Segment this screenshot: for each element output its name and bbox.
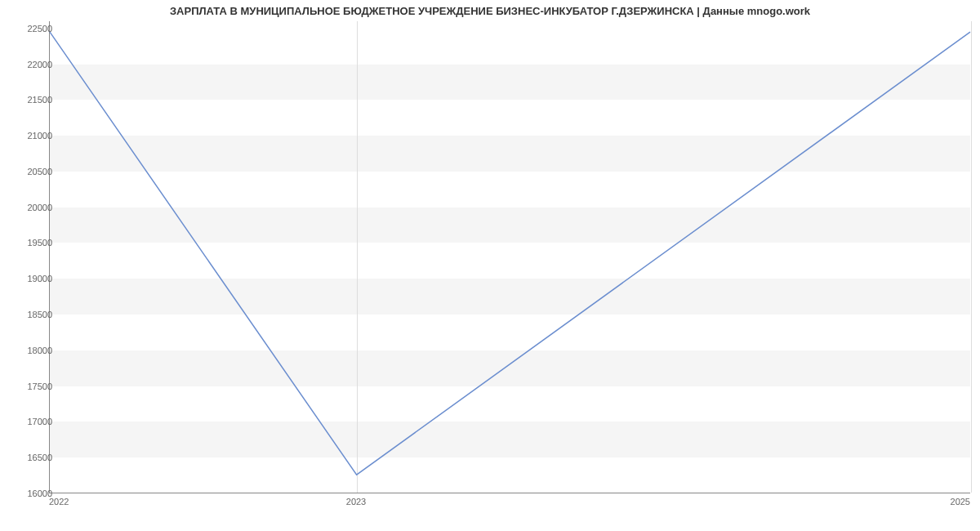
series-line [50, 32, 970, 475]
y-tick-label: 17500 [13, 382, 52, 391]
plot-area [49, 21, 970, 493]
y-tick-label: 18000 [13, 346, 52, 355]
x-tick-label: 2023 [346, 497, 366, 506]
y-tick-label: 18500 [13, 310, 52, 319]
y-tick-label: 21000 [13, 131, 52, 141]
y-tick-label: 20500 [13, 167, 52, 176]
y-tick-label: 21500 [13, 95, 52, 105]
chart-title: ЗАРПЛАТА В МУНИЦИПАЛЬНОЕ БЮДЖЕТНОЕ УЧРЕЖ… [0, 5, 980, 17]
grid-vertical [971, 21, 972, 493]
y-tick-label: 17000 [13, 417, 52, 426]
y-tick-label: 16500 [13, 453, 52, 462]
y-tick-label: 22500 [13, 24, 52, 33]
y-tick-label: 19000 [13, 274, 52, 283]
y-tick-label: 22000 [13, 60, 52, 69]
x-tick-label: 2022 [49, 497, 69, 506]
x-tick-label: 2025 [951, 497, 970, 506]
y-tick-label: 19500 [13, 238, 52, 248]
line-layer [50, 21, 970, 493]
y-tick-label: 20000 [13, 203, 52, 212]
y-tick-label: 16000 [13, 489, 52, 498]
